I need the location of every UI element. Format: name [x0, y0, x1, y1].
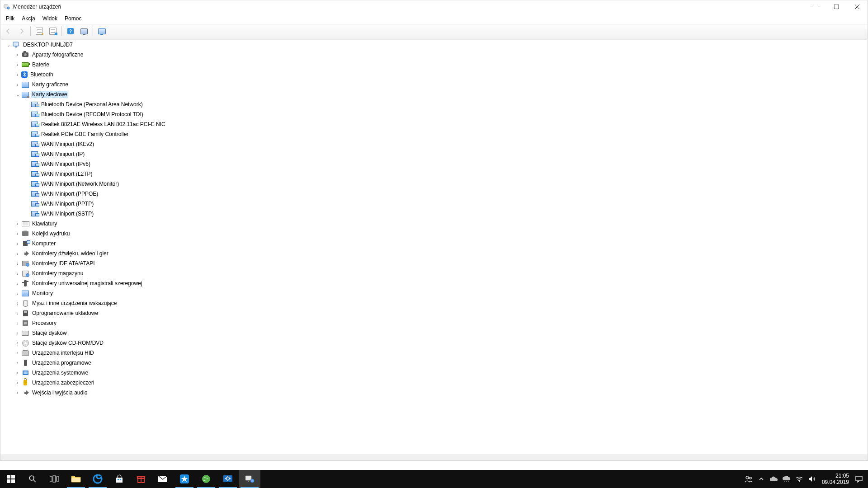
expand-arrow-icon[interactable]: ›: [14, 288, 21, 298]
start-button[interactable]: [0, 470, 22, 488]
category-hid[interactable]: ›Urządzenia interfejsu HID: [1, 348, 867, 358]
device-tree[interactable]: ⌄ DESKTOP-IUNLJD7 › Aparaty fotograficzn…: [1, 39, 867, 460]
expand-arrow-icon[interactable]: ›: [14, 358, 21, 368]
tray-onedrive-icon[interactable]: [768, 470, 780, 488]
tray-show-hidden-icons[interactable]: [755, 470, 768, 488]
tray-people[interactable]: [742, 470, 755, 488]
category-firmware[interactable]: ›Oprogramowanie układowe: [1, 308, 867, 318]
category-disks[interactable]: ›Stacje dysków: [1, 328, 867, 338]
expand-arrow-icon[interactable]: ›: [14, 328, 21, 338]
menu-action[interactable]: Akcja: [18, 14, 38, 23]
show-hide-tree-button[interactable]: [33, 25, 45, 37]
taskbar-device-manager[interactable]: [239, 470, 260, 488]
device-nic[interactable]: WAN Miniport (IP): [1, 149, 867, 159]
device-nic[interactable]: WAN Miniport (IKEv2): [1, 139, 867, 149]
expand-arrow-icon[interactable]: ›: [14, 219, 21, 229]
minimize-button[interactable]: [805, 0, 826, 13]
tray-action-center[interactable]: [853, 470, 865, 488]
taskbar-settings[interactable]: [217, 470, 239, 488]
expand-arrow-icon[interactable]: ›: [14, 229, 21, 239]
maximize-button[interactable]: [826, 0, 847, 13]
titlebar[interactable]: Menedżer urządzeń: [0, 0, 868, 13]
tray-wifi-icon[interactable]: [793, 470, 806, 488]
taskbar-store[interactable]: [108, 470, 130, 488]
expand-arrow-icon[interactable]: ›: [14, 368, 21, 378]
tray-weather-icon[interactable]: [780, 470, 793, 488]
category-mouse[interactable]: ›Mysz i inne urządzenia wskazujące: [1, 298, 867, 308]
category-software-devices[interactable]: ›Urządzenia programowe: [1, 358, 867, 368]
taskbar-edge[interactable]: [87, 470, 108, 488]
category-cd-rom[interactable]: ›Stacje dysków CD-ROM/DVD: [1, 338, 867, 348]
taskbar-app-globe[interactable]: [195, 470, 217, 488]
category-keyboards[interactable]: ›Klawiatury: [1, 219, 867, 229]
category-system-devices[interactable]: ›Urządzenia systemowe: [1, 368, 867, 378]
category-print-queues[interactable]: ›Kolejki wydruku: [1, 229, 867, 239]
device-nic[interactable]: WAN Miniport (PPPOE): [1, 189, 867, 199]
category-batteries[interactable]: › Baterie: [1, 60, 867, 70]
scan-hardware-button[interactable]: [78, 25, 90, 37]
category-usb[interactable]: ›Kontrolery uniwersalnej magistrali szer…: [1, 278, 867, 288]
category-monitors[interactable]: ›Monitory: [1, 288, 867, 298]
expand-arrow-icon[interactable]: ⌄: [14, 89, 21, 99]
device-nic[interactable]: WAN Miniport (L2TP): [1, 169, 867, 179]
category-cameras[interactable]: › Aparaty fotograficzne: [1, 50, 867, 60]
close-button[interactable]: [847, 0, 868, 13]
expand-arrow-icon[interactable]: ›: [14, 338, 21, 348]
category-security-devices[interactable]: ›Urządzenia zabezpieczeń: [1, 378, 867, 388]
category-sound[interactable]: ›Kontrolery dźwięku, wideo i gier: [1, 249, 867, 258]
taskbar-app-gift[interactable]: [130, 470, 152, 488]
taskbar-file-explorer[interactable]: [65, 470, 87, 488]
menu-view[interactable]: Widok: [39, 14, 61, 23]
taskbar[interactable]: 21:05 09.04.2019: [0, 470, 868, 488]
expand-arrow-icon[interactable]: ›: [14, 378, 21, 388]
expand-arrow-icon[interactable]: ›: [14, 278, 21, 288]
category-processors[interactable]: ›Procesory: [1, 318, 867, 328]
taskbar-app-blue-star[interactable]: [174, 470, 195, 488]
device-nic[interactable]: WAN Miniport (IPv6): [1, 159, 867, 169]
task-view-button[interactable]: [43, 470, 65, 488]
expand-arrow-icon[interactable]: ›: [14, 318, 21, 328]
device-nic[interactable]: Bluetooth Device (Personal Area Network): [1, 99, 867, 109]
tray-clock[interactable]: 21:05 09.04.2019: [818, 473, 853, 485]
device-nic[interactable]: Bluetooth Device (RFCOMM Protocol TDI): [1, 109, 867, 119]
device-nic[interactable]: WAN Miniport (SSTP): [1, 209, 867, 219]
category-computer[interactable]: ›Komputer: [1, 239, 867, 249]
expand-arrow-icon[interactable]: ›: [14, 80, 21, 89]
device-nic[interactable]: Realtek PCIe GBE Family Controller: [1, 129, 867, 139]
category-ide[interactable]: ›Kontrolery IDE ATA/ATAPI: [1, 258, 867, 268]
category-storage[interactable]: ›Kontrolery magazynu: [1, 268, 867, 278]
expand-arrow-icon[interactable]: ›: [14, 388, 21, 398]
properties-button[interactable]: [47, 25, 59, 37]
expand-arrow-icon[interactable]: ›: [14, 298, 21, 308]
category-gpu[interactable]: › Karty graficzne: [1, 80, 867, 89]
add-hw-icon: [98, 28, 106, 34]
menu-file[interactable]: Plik: [2, 14, 18, 23]
category-audio[interactable]: ›Wejścia i wyjścia audio: [1, 388, 867, 398]
disk-icon: [21, 329, 29, 337]
expand-arrow-icon[interactable]: ›: [14, 70, 21, 80]
expand-arrow-icon[interactable]: ›: [14, 60, 21, 70]
expand-arrow-icon[interactable]: ⌄: [5, 40, 12, 50]
expand-arrow-icon[interactable]: ›: [14, 268, 21, 278]
taskbar-mail[interactable]: [152, 470, 174, 488]
category-bluetooth[interactable]: › Bluetooth: [1, 70, 867, 80]
show-desktop-button[interactable]: [865, 470, 868, 488]
expand-arrow-icon[interactable]: ›: [14, 348, 21, 358]
category-network-adapters[interactable]: ⌄ Karty sieciowe: [1, 89, 867, 99]
tray-volume-icon[interactable]: [806, 470, 818, 488]
device-nic[interactable]: WAN Miniport (PPTP): [1, 199, 867, 209]
expand-arrow-icon[interactable]: ›: [14, 239, 21, 249]
search-button[interactable]: [22, 470, 43, 488]
expand-arrow-icon[interactable]: ›: [14, 50, 21, 60]
help-button[interactable]: ?: [65, 25, 76, 37]
expand-arrow-icon[interactable]: ›: [14, 249, 21, 258]
menu-help[interactable]: Pomoc: [61, 14, 85, 23]
nav-back-button[interactable]: [2, 25, 14, 37]
nav-forward-button[interactable]: [16, 25, 28, 37]
expand-arrow-icon[interactable]: ›: [14, 308, 21, 318]
device-nic[interactable]: Realtek 8821AE Wireless LAN 802.11ac PCI…: [1, 119, 867, 129]
device-nic[interactable]: WAN Miniport (Network Monitor): [1, 179, 867, 189]
tree-root[interactable]: ⌄ DESKTOP-IUNLJD7: [1, 40, 867, 50]
add-legacy-hardware-button[interactable]: [96, 25, 108, 37]
expand-arrow-icon[interactable]: ›: [14, 258, 21, 268]
